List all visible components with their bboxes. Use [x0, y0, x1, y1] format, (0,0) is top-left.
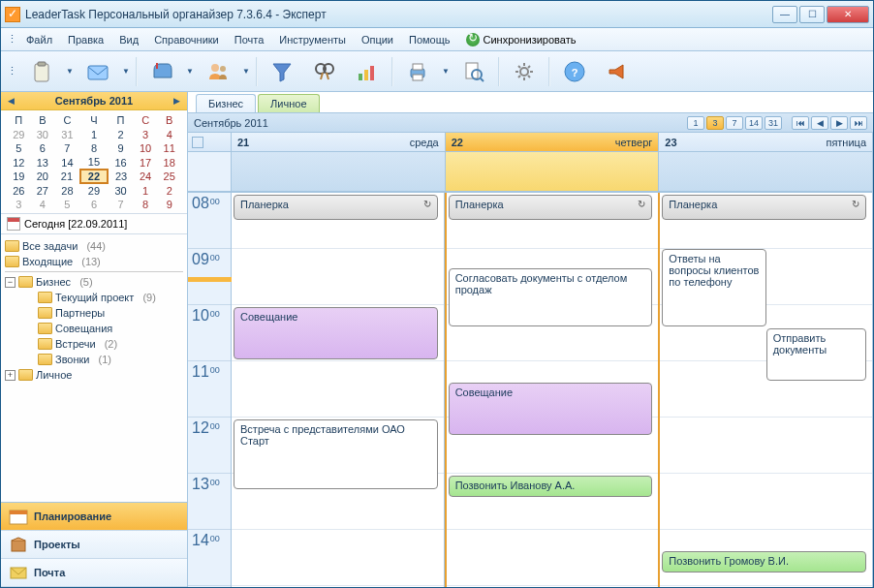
day-column-23[interactable]: Планерка↻Ответы на вопросы клиентов по т…	[660, 193, 873, 587]
range-1[interactable]: 1	[687, 116, 704, 130]
nav-last[interactable]: ⏭	[850, 116, 867, 130]
cal-day[interactable]: 19	[7, 170, 31, 183]
range-3[interactable]: 3	[706, 116, 724, 130]
cal-day[interactable]: 3	[134, 128, 158, 141]
filter-button[interactable]	[264, 55, 300, 88]
expand-icon[interactable]: +	[5, 370, 16, 381]
tree-calls[interactable]: Звонки (1)	[1, 352, 187, 367]
cal-day[interactable]: 30	[108, 183, 134, 198]
event[interactable]: Согласовать документы с отделом продаж	[449, 268, 653, 326]
tree-partners[interactable]: Партнеры	[1, 305, 187, 321]
cal-day[interactable]: 9	[108, 141, 134, 155]
preview-button[interactable]	[455, 55, 492, 88]
settings-button[interactable]	[506, 55, 543, 88]
cal-day[interactable]: 4	[31, 198, 55, 211]
mail-button[interactable]	[79, 55, 116, 88]
cal-day[interactable]: 5	[54, 198, 80, 211]
cal-day[interactable]: 29	[80, 183, 109, 198]
mailbox-button[interactable]	[143, 55, 180, 88]
range-7[interactable]: 7	[726, 116, 743, 130]
clipboard-button[interactable]	[23, 55, 60, 88]
cal-day[interactable]: 28	[54, 183, 80, 198]
event[interactable]: Планерка↻	[449, 195, 653, 220]
tree-all-tasks[interactable]: Все задачи (44)	[1, 238, 187, 254]
tree-meetings[interactable]: Совещания	[1, 321, 187, 336]
tree-inbox[interactable]: Входящие (13)	[1, 254, 187, 269]
collapse-icon[interactable]: −	[5, 277, 16, 288]
maximize-button[interactable]: ☐	[799, 6, 825, 23]
menu-options[interactable]: Опции	[355, 31, 400, 48]
today-link[interactable]: Сегодня [22.09.2011]	[1, 213, 187, 234]
range-31[interactable]: 31	[765, 116, 782, 130]
cal-day[interactable]: 7	[108, 198, 134, 211]
cal-day[interactable]: 5	[7, 141, 31, 155]
event[interactable]: Позвонить Иванову А.А.	[449, 476, 653, 497]
tree-current-project[interactable]: Текущий проект (9)	[1, 290, 187, 305]
corner-box[interactable]	[188, 133, 232, 151]
cal-day[interactable]: 1	[80, 128, 109, 141]
event[interactable]: Ответы на вопросы клиентов по телефону	[662, 249, 765, 326]
clipboard-dropdown[interactable]: ▼	[66, 55, 74, 88]
event[interactable]: Совещание	[234, 307, 438, 359]
find-button[interactable]	[306, 55, 343, 88]
cal-day[interactable]: 6	[80, 198, 109, 211]
nav-next[interactable]: ▶	[830, 116, 848, 130]
cal-day[interactable]: 9	[157, 198, 181, 211]
mailbox-dropdown[interactable]: ▼	[186, 55, 194, 88]
cal-day[interactable]: 20	[31, 170, 55, 183]
event[interactable]: Совещание	[449, 383, 653, 435]
nav-prev[interactable]: ◀	[811, 116, 828, 130]
cal-day[interactable]: 7	[54, 141, 80, 155]
nav-projects[interactable]: Проекты	[1, 531, 187, 559]
help-button[interactable]: ?	[556, 55, 593, 88]
schedule-grid[interactable]: 0800090010001100120013001400 Планерка↻Со…	[188, 193, 873, 587]
menu-edit[interactable]: Правка	[61, 31, 110, 48]
contacts-button[interactable]	[200, 55, 236, 88]
cal-day[interactable]: 4	[157, 128, 181, 141]
range-14[interactable]: 14	[745, 116, 763, 130]
stats-button[interactable]	[349, 55, 386, 88]
close-button[interactable]: ✕	[827, 6, 869, 23]
prev-month-button[interactable]: ◀	[4, 94, 17, 108]
print-button[interactable]	[399, 55, 436, 88]
sync-button[interactable]: Синхронизировать	[459, 30, 583, 49]
event[interactable]: Планерка↻	[662, 195, 866, 220]
day-column-21[interactable]: Планерка↻СовещаниеВстреча с представител…	[232, 193, 445, 587]
cal-day[interactable]: 6	[31, 141, 55, 155]
cal-day[interactable]: 2	[108, 128, 134, 141]
tree-personal[interactable]: +Личное	[1, 367, 187, 383]
cal-day[interactable]: 12	[7, 155, 31, 170]
cal-day[interactable]: 2	[157, 183, 181, 198]
cal-day[interactable]: 15	[80, 155, 109, 170]
nav-mail[interactable]: Почта	[1, 559, 187, 587]
cal-day[interactable]: 1	[134, 183, 158, 198]
tab-personal[interactable]: Личное	[258, 94, 319, 112]
menu-tools[interactable]: Инструменты	[272, 31, 353, 48]
cal-day[interactable]: 18	[157, 155, 181, 170]
cal-day[interactable]: 27	[31, 183, 55, 198]
cal-day[interactable]: 26	[7, 183, 31, 198]
cal-day[interactable]: 23	[108, 170, 134, 183]
print-dropdown[interactable]: ▼	[442, 55, 450, 88]
cal-day[interactable]: 22	[80, 170, 109, 183]
event[interactable]: Отправить документы	[766, 328, 866, 381]
menu-view[interactable]: Вид	[112, 31, 145, 48]
cal-day[interactable]: 25	[157, 170, 181, 183]
nav-planning[interactable]: Планирование	[1, 503, 187, 531]
allday-row[interactable]	[188, 152, 873, 193]
event[interactable]: Планерка↻	[234, 195, 438, 220]
cal-day[interactable]: 24	[134, 170, 158, 183]
contacts-dropdown[interactable]: ▼	[242, 55, 250, 88]
cal-day[interactable]: 21	[54, 170, 80, 183]
cal-day[interactable]: 8	[80, 141, 109, 155]
cal-day[interactable]: 29	[7, 128, 31, 141]
cal-day[interactable]: 30	[31, 128, 55, 141]
menu-help[interactable]: Помощь	[402, 31, 457, 48]
menu-file[interactable]: Файл	[19, 31, 59, 48]
nav-first[interactable]: ⏮	[792, 116, 809, 130]
tab-business[interactable]: Бизнес	[196, 94, 256, 112]
next-month-button[interactable]: ▶	[171, 94, 184, 108]
minimize-button[interactable]: —	[772, 6, 797, 23]
event[interactable]: Позвонить Громову В.И.	[662, 551, 866, 573]
day-header-23[interactable]: 23пятница	[659, 133, 873, 151]
